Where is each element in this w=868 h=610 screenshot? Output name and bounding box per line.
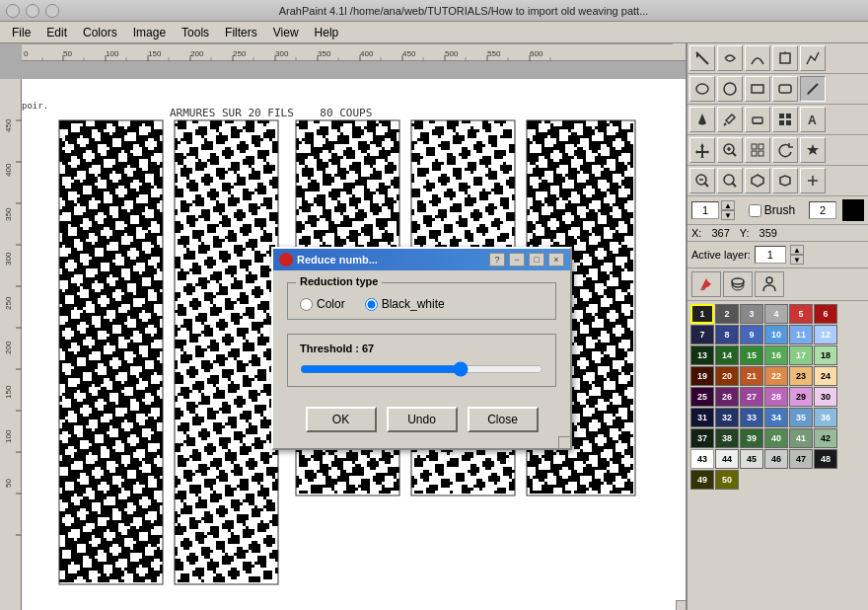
menu-help[interactable]: Help (307, 24, 347, 41)
win-max-btn[interactable] (45, 4, 59, 18)
color-cell-38[interactable]: 38 (715, 428, 739, 448)
color-cell-23[interactable]: 23 (789, 366, 813, 386)
color-cell-22[interactable]: 22 (764, 366, 788, 386)
tool-pattern[interactable] (745, 137, 770, 163)
size-up-btn[interactable]: ▲ (721, 200, 735, 210)
color-cell-6[interactable]: 6 (814, 304, 837, 324)
brush-size-input[interactable]: 1 (691, 201, 719, 219)
layer-stack-btn[interactable] (723, 271, 753, 297)
color-cell-47[interactable]: 47 (789, 449, 813, 469)
size-down-btn[interactable]: ▼ (721, 210, 735, 220)
menu-view[interactable]: View (265, 24, 307, 41)
color-cell-17[interactable]: 17 (789, 345, 813, 365)
menu-image[interactable]: Image (125, 24, 174, 41)
tool-select[interactable] (689, 45, 715, 71)
color-radio-option[interactable]: Color (300, 297, 345, 311)
color-cell-10[interactable]: 10 (764, 325, 788, 344)
color-cell-30[interactable]: 30 (814, 387, 837, 407)
dialog-help-btn[interactable]: ? (489, 253, 505, 267)
tool-star[interactable] (800, 137, 826, 163)
active-layer-input[interactable]: 1 (755, 246, 786, 264)
color-cell-18[interactable]: 18 (814, 345, 837, 365)
color-cell-43[interactable]: 43 (690, 449, 714, 469)
dialog-resize-handle[interactable] (558, 436, 570, 448)
tool-ellipse[interactable] (689, 76, 715, 102)
win-min-btn[interactable] (26, 4, 39, 18)
color-size-input[interactable]: 2 (809, 201, 836, 219)
color-cell-15[interactable]: 15 (740, 345, 763, 365)
color-cell-49[interactable]: 49 (690, 470, 714, 490)
color-cell-16[interactable]: 16 (764, 345, 788, 365)
color-radio[interactable] (300, 298, 313, 311)
menu-file[interactable]: File (4, 24, 38, 41)
tool-eraser[interactable] (745, 107, 770, 132)
tool-rect2[interactable] (772, 76, 798, 102)
color-cell-13[interactable]: 13 (690, 345, 714, 365)
menu-edit[interactable]: Edit (38, 24, 75, 41)
tool-extra1[interactable] (772, 168, 798, 193)
tool-zoom-out[interactable] (689, 168, 715, 193)
layer-person-btn[interactable] (755, 271, 784, 297)
color-cell-3[interactable]: 3 (740, 304, 763, 324)
color-cell-50[interactable]: 50 (715, 470, 739, 490)
tool-hex[interactable] (745, 168, 770, 193)
menu-colors[interactable]: Colors (75, 24, 125, 41)
color-cell-25[interactable]: 25 (690, 387, 714, 407)
color-cell-41[interactable]: 41 (789, 428, 813, 448)
color-cell-35[interactable]: 35 (789, 408, 813, 427)
tool-move[interactable] (689, 137, 715, 163)
color-cell-24[interactable]: 24 (814, 366, 837, 386)
tool-curve[interactable] (745, 45, 770, 71)
color-cell-34[interactable]: 34 (764, 408, 788, 427)
color-cell-46[interactable]: 46 (764, 449, 788, 469)
layer-up-btn[interactable]: ▲ (790, 245, 804, 255)
layer-down-btn[interactable]: ▼ (790, 255, 804, 265)
color-cell-31[interactable]: 31 (690, 408, 714, 427)
tool-transform[interactable] (772, 45, 798, 71)
tool-pencil[interactable] (800, 76, 826, 102)
tool-path[interactable] (800, 45, 826, 71)
tool-zoom-in[interactable] (717, 137, 743, 163)
color-cell-28[interactable]: 28 (764, 387, 788, 407)
tool-eyedrop[interactable] (717, 107, 743, 132)
win-close-btn[interactable] (6, 4, 20, 18)
tool-rotate[interactable] (772, 137, 798, 163)
color-cell-21[interactable]: 21 (740, 366, 763, 386)
undo-button[interactable]: Undo (387, 407, 458, 432)
color-cell-11[interactable]: 11 (789, 325, 813, 344)
tool-lasso[interactable] (717, 45, 743, 71)
tool-grid[interactable] (772, 107, 798, 132)
tool-fill[interactable] (689, 107, 715, 132)
color-cell-9[interactable]: 9 (740, 325, 763, 344)
dialog-min-btn[interactable]: − (509, 253, 525, 267)
resize-handle[interactable] (676, 600, 686, 610)
tool-text[interactable]: A (800, 107, 826, 132)
color-cell-45[interactable]: 45 (740, 449, 763, 469)
color-cell-5[interactable]: 5 (789, 304, 813, 324)
color-cell-8[interactable]: 8 (715, 325, 739, 344)
close-button[interactable]: Close (468, 407, 539, 432)
tool-extra2[interactable] (800, 168, 826, 193)
color-cell-29[interactable]: 29 (789, 387, 813, 407)
tool-rect[interactable] (745, 76, 770, 102)
black-white-radio[interactable] (365, 298, 378, 311)
color-cell-33[interactable]: 33 (740, 408, 763, 427)
brush-checkbox[interactable] (749, 204, 761, 217)
color-cell-20[interactable]: 20 (715, 366, 739, 386)
menu-tools[interactable]: Tools (174, 24, 217, 41)
threshold-slider[interactable] (300, 360, 543, 378)
color-cell-44[interactable]: 44 (715, 449, 739, 469)
color-cell-26[interactable]: 26 (715, 387, 739, 407)
color-cell-12[interactable]: 12 (814, 325, 837, 344)
color-cell-37[interactable]: 37 (690, 428, 714, 448)
color-cell-32[interactable]: 32 (715, 408, 739, 427)
color-cell-39[interactable]: 39 (740, 428, 763, 448)
black-white-radio-option[interactable]: Black_white (365, 297, 445, 311)
tool-zoom-fit[interactable] (717, 168, 743, 193)
color-cell-7[interactable]: 7 (690, 325, 714, 344)
color-cell-40[interactable]: 40 (764, 428, 788, 448)
tool-circle[interactable] (717, 76, 743, 102)
ok-button[interactable]: OK (306, 407, 377, 432)
color-cell-27[interactable]: 27 (740, 387, 763, 407)
color-cell-48[interactable]: 48 (814, 449, 837, 469)
